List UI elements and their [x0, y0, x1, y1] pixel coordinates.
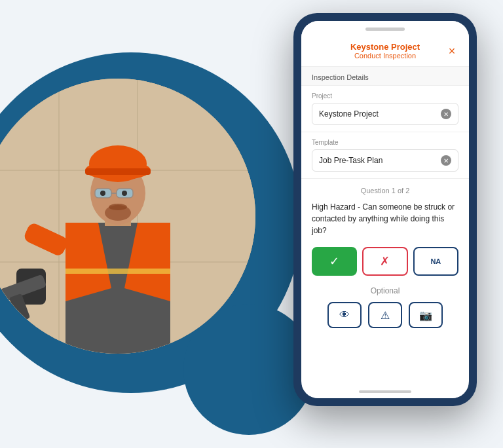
- template-value: Job Pre-Task Plan: [319, 156, 382, 165]
- project-value: Keystone Project: [319, 109, 379, 119]
- template-input[interactable]: Job Pre-Task Plan ✕: [312, 149, 458, 172]
- question-count: Question 1 of 2: [312, 187, 458, 195]
- phone-screen: Keystone Project Conduct Inspection × In…: [301, 21, 469, 398]
- project-clear-button[interactable]: ✕: [441, 109, 451, 119]
- svg-point-18: [100, 191, 105, 196]
- question-section: Question 1 of 2 High Hazard - Can someon…: [301, 179, 469, 336]
- no-button[interactable]: ✗: [362, 247, 407, 276]
- project-field-group: Project Keystone Project ✕: [301, 86, 469, 132]
- answer-buttons: ✓ ✗ NA: [312, 247, 458, 276]
- worker-photo: [0, 79, 255, 354]
- view-action-button[interactable]: 👁: [327, 302, 362, 328]
- app-header-title: Keystone Project Conduct Inspection: [325, 42, 445, 60]
- svg-rect-14: [85, 168, 151, 175]
- svg-point-19: [122, 191, 127, 196]
- svg-point-13: [89, 145, 147, 182]
- app-content: Inspection Details Project Keystone Proj…: [301, 67, 469, 385]
- camera-action-button[interactable]: 📷: [409, 302, 443, 328]
- svg-rect-9: [65, 269, 170, 274]
- alert-action-button[interactable]: ⚠: [368, 302, 402, 328]
- optional-label: Optional: [312, 286, 458, 295]
- na-button[interactable]: NA: [413, 247, 458, 276]
- notch-indicator: [365, 28, 405, 31]
- template-field-group: Template Job Pre-Task Plan ✕: [301, 132, 469, 179]
- yes-button[interactable]: ✓: [312, 247, 357, 276]
- camera-icon: 📷: [419, 309, 432, 322]
- phone-home-indicator: [301, 385, 469, 398]
- phone-notch: [301, 21, 469, 37]
- svg-point-21: [109, 204, 127, 210]
- project-label: Project: [312, 92, 458, 100]
- home-bar: [359, 390, 411, 393]
- question-text: High Hazard - Can someone be struck or c…: [312, 201, 458, 236]
- project-input[interactable]: Keystone Project ✕: [312, 103, 458, 125]
- template-label: Template: [312, 139, 458, 146]
- template-clear-button[interactable]: ✕: [441, 155, 451, 166]
- eye-icon: 👁: [339, 309, 350, 321]
- action-buttons: 👁 ⚠ 📷: [312, 302, 458, 328]
- app-title-main: Keystone Project: [325, 42, 445, 52]
- alert-icon: ⚠: [381, 309, 390, 322]
- phone-frame: Keystone Project Conduct Inspection × In…: [293, 13, 477, 406]
- app-header: Keystone Project Conduct Inspection ×: [301, 37, 469, 67]
- close-button[interactable]: ×: [445, 45, 458, 58]
- app-title-sub: Conduct Inspection: [325, 52, 445, 60]
- section-label: Inspection Details: [301, 67, 469, 86]
